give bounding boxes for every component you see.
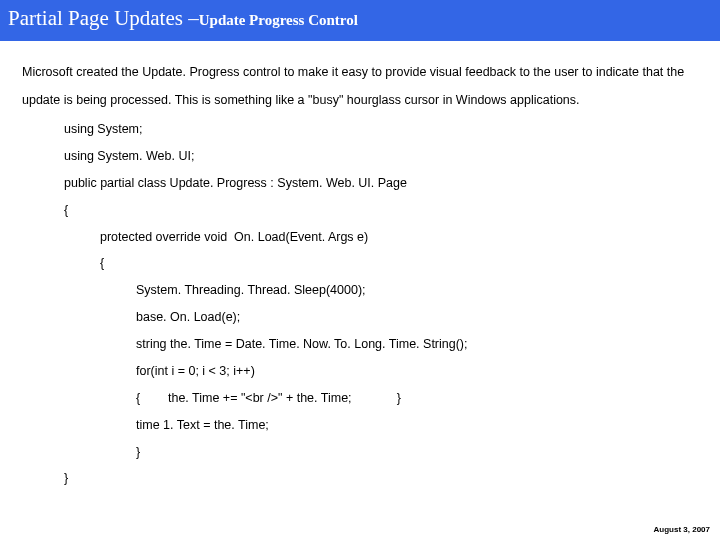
footer-date: August 3, 2007 bbox=[654, 525, 710, 534]
code-line: for(int i = 0; i < 3; i++) bbox=[22, 358, 698, 385]
code-line: time 1. Text = the. Time; bbox=[22, 412, 698, 439]
code-line: string the. Time = Date. Time. Now. To. … bbox=[22, 331, 698, 358]
intro-paragraph: Microsoft created the Update. Progress c… bbox=[22, 59, 698, 114]
slide-body: Microsoft created the Update. Progress c… bbox=[0, 41, 720, 492]
code-block: using System; using System. Web. UI; pub… bbox=[22, 116, 698, 492]
title-dash: – bbox=[188, 6, 199, 30]
code-line: } bbox=[22, 439, 698, 466]
title-sub: Update Progress Control bbox=[199, 12, 358, 28]
code-line: using System; bbox=[22, 116, 698, 143]
title-main: Partial Page Updates bbox=[8, 6, 188, 30]
code-line: { the. Time += "<br />" + the. Time; } bbox=[22, 385, 698, 412]
code-line: public partial class Update. Progress : … bbox=[22, 170, 698, 197]
code-line: { bbox=[22, 250, 698, 277]
code-line: { bbox=[22, 197, 698, 224]
code-line: base. On. Load(e); bbox=[22, 304, 698, 331]
code-line: protected override void On. Load(Event. … bbox=[22, 224, 698, 251]
code-line: System. Threading. Thread. Sleep(4000); bbox=[22, 277, 698, 304]
code-line: } bbox=[22, 465, 698, 492]
slide-header: Partial Page Updates –Update Progress Co… bbox=[0, 0, 720, 41]
code-line: using System. Web. UI; bbox=[22, 143, 698, 170]
